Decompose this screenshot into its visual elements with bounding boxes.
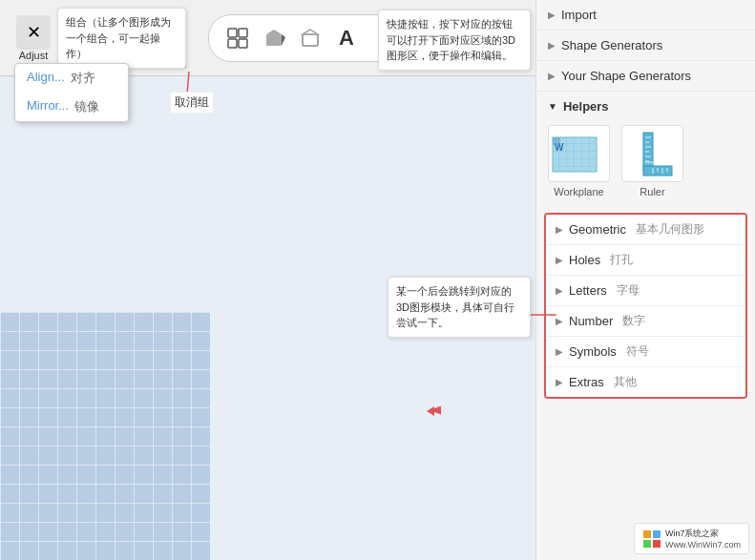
- adjust-label: Adjust: [19, 50, 49, 61]
- symbols-item[interactable]: ▶ Symbols 符号: [546, 337, 745, 367]
- your-shape-gen-arrow: ▶: [548, 71, 556, 81]
- background-grid: [0, 312, 210, 560]
- extras-arrow: ▶: [556, 377, 563, 387]
- svg-rect-24: [553, 137, 560, 145]
- svg-marker-17: [266, 30, 282, 34]
- align-label-cn: 对齐: [71, 70, 95, 87]
- letters-en: Letters: [569, 283, 607, 298]
- hollow-quick-btn[interactable]: [295, 23, 325, 53]
- svg-rect-41: [653, 540, 661, 548]
- quick-btn-annotation: 快捷按钮，按下对应的按钮可以打开下面对应区域的3D图形区，便于操作和编辑。: [378, 10, 531, 71]
- letter-quick-btn[interactable]: A: [331, 23, 362, 53]
- ruler-item[interactable]: mm Ruler: [621, 125, 683, 197]
- adjust-button[interactable]: ✕ Adjust: [10, 15, 57, 61]
- svg-text:mm: mm: [645, 159, 653, 165]
- geometric-item[interactable]: ▶ Geometric 基本几何图形: [546, 215, 745, 245]
- import-arrow: ▶: [548, 10, 556, 20]
- group-annotation-text: 组合（让多个图形成为一个组合，可一起操作）: [66, 16, 171, 59]
- watermark-line2: Www.WinWin7.com: [665, 540, 741, 550]
- ungroup-annotation: 取消组: [170, 92, 214, 114]
- extras-cn: 其他: [614, 374, 637, 390]
- hollow-box-icon: [299, 27, 322, 50]
- holes-en: Holes: [569, 253, 600, 267]
- ruler-icon-box: mm: [621, 125, 683, 182]
- symbols-cn: 符号: [626, 343, 649, 360]
- shape-quick-btn[interactable]: [259, 23, 289, 53]
- win7-watermark: Win7系统之家 Www.WinWin7.com: [634, 523, 749, 554]
- number-cn: 数字: [622, 313, 645, 329]
- number-item[interactable]: ▶ Number 数字: [546, 306, 745, 337]
- svg-marker-20: [303, 30, 318, 34]
- workplane-svg: W: [551, 128, 608, 180]
- left-arrow-icon: [427, 406, 434, 416]
- workplane-label: Workplane: [554, 186, 603, 197]
- workplane-icon-box: W: [548, 125, 610, 182]
- geometric-arrow: ▶: [556, 224, 563, 235]
- mirror-item[interactable]: Mirror... 镜像: [15, 93, 128, 121]
- svg-rect-16: [266, 34, 282, 46]
- left-arrow-indicator: [427, 406, 434, 416]
- holes-cn: 打孔: [610, 252, 633, 268]
- mirror-label-cn: 镜像: [74, 98, 99, 115]
- geometric-cn: 基本几何图形: [636, 221, 704, 238]
- svg-rect-38: [643, 530, 651, 538]
- svg-rect-39: [653, 530, 661, 538]
- categories-section: ▶ Geometric 基本几何图形 ▶ Holes 打孔 ▶ Letters …: [544, 213, 747, 399]
- mirror-label-en: Mirror...: [27, 98, 69, 115]
- svg-rect-12: [228, 29, 237, 37]
- helpers-arrow: ▼: [548, 101, 557, 112]
- geometric-en: Geometric: [569, 222, 626, 237]
- watermark-line1: Win7系统之家: [665, 528, 741, 540]
- align-item[interactable]: Align... 对齐: [15, 64, 128, 93]
- right-panel: ▶ Import ▶ Shape Generators ▶ Your Shape…: [535, 0, 755, 560]
- holes-item[interactable]: ▶ Holes 打孔: [546, 245, 745, 276]
- ruler-svg: mm: [624, 128, 682, 180]
- symbols-arrow: ▶: [556, 346, 563, 357]
- letters-cn: 字母: [617, 282, 640, 299]
- helpers-label: Helpers: [563, 99, 609, 114]
- your-shape-generators-item[interactable]: ▶ Your Shape Generators: [536, 61, 755, 92]
- adjust-icon: ✕: [16, 15, 51, 50]
- letters-item[interactable]: ▶ Letters 字母: [546, 276, 745, 306]
- holes-arrow: ▶: [556, 255, 563, 265]
- svg-rect-14: [228, 39, 237, 48]
- ungroup-text: 取消组: [175, 95, 209, 109]
- number-arrow: ▶: [556, 316, 563, 326]
- import-label: Import: [561, 8, 744, 22]
- jump-annotation: 某一个后会跳转到对应的3D图形模块，具体可自行尝试一下。: [388, 277, 531, 338]
- helpers-section[interactable]: ▼ Helpers: [536, 92, 755, 117]
- grid-icon: [226, 27, 249, 50]
- shape-gen-label: Shape Generators: [561, 38, 744, 52]
- align-label-en: Align...: [27, 70, 65, 87]
- grid-quick-btn[interactable]: [222, 23, 253, 53]
- extras-item[interactable]: ▶ Extras 其他: [546, 367, 745, 397]
- svg-marker-18: [282, 34, 285, 46]
- quick-btn-annotation-text: 快捷按钮，按下对应的按钮可以打开下面对应区域的3D图形区，便于操作和编辑。: [387, 18, 515, 61]
- jump-annotation-text: 某一个后会跳转到对应的3D图形模块，具体可自行尝试一下。: [396, 285, 514, 328]
- your-shape-gen-label: Your Shape Generators: [561, 69, 744, 83]
- shape-generators-item[interactable]: ▶ Shape Generators: [536, 31, 755, 61]
- svg-rect-13: [239, 29, 247, 37]
- number-en: Number: [569, 314, 613, 328]
- letters-arrow: ▶: [556, 285, 563, 296]
- symbols-en: Symbols: [569, 344, 617, 359]
- svg-rect-19: [303, 34, 318, 46]
- import-item[interactable]: ▶ Import: [536, 0, 755, 31]
- extras-en: Extras: [569, 375, 604, 389]
- helpers-grid: W Workplane: [536, 117, 755, 209]
- svg-rect-15: [239, 39, 247, 48]
- ruler-label: Ruler: [640, 186, 664, 197]
- svg-rect-40: [643, 540, 651, 548]
- workplane-item[interactable]: W Workplane: [548, 125, 610, 197]
- windows-logo-icon: [642, 529, 661, 549]
- group-annotation: 组合（让多个图形成为一个组合，可一起操作）: [57, 8, 186, 69]
- shape-gen-arrow: ▶: [548, 40, 556, 51]
- adjust-dropdown: Align... 对齐 Mirror... 镜像: [14, 63, 129, 122]
- box-icon: [262, 27, 285, 50]
